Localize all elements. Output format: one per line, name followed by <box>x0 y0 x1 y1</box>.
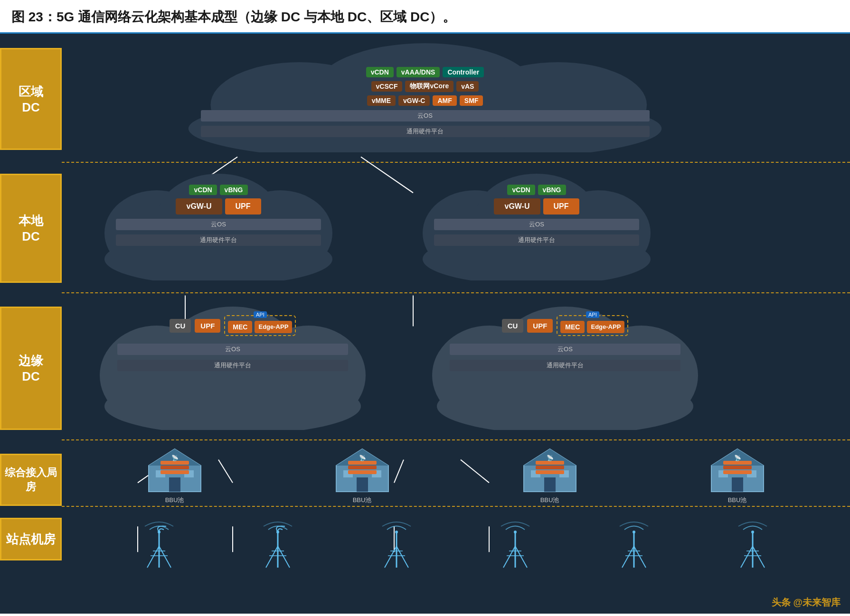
svg-rect-56 <box>536 466 564 469</box>
page-title: 图 23：5G 通信网络云化架构基本成型（边缘 DC 与本地 DC、区域 DC）… <box>0 0 850 34</box>
svg-rect-66 <box>723 470 752 474</box>
bianyuan-right-cloud-zone: CU UPF API MEC Edge-APP 云OS 通用硬件平台 <box>427 302 703 430</box>
svg-rect-39 <box>161 470 189 474</box>
bbu-label-3: BBU池 <box>540 496 559 504</box>
tower-4 <box>496 518 534 570</box>
svg-rect-43 <box>357 477 368 492</box>
svg-rect-65 <box>723 466 752 469</box>
bbu-house-1: 📡 BBU池 <box>146 447 203 504</box>
svg-line-69 <box>147 546 159 568</box>
svg-line-94 <box>634 546 646 568</box>
chip-edge-right: Edge-APP <box>587 321 624 333</box>
svg-line-76 <box>278 546 290 568</box>
svg-rect-46 <box>348 461 377 465</box>
chip-vcdn-quyu: vCDN <box>366 67 394 77</box>
svg-text:📡: 📡 <box>171 454 178 461</box>
bendi-left-cloud-zone: vCDN vBNG vGW-U UPF 云OS 通用硬件平台 <box>95 171 342 280</box>
bendi-right-platform: 通用硬件平台 <box>434 234 639 246</box>
chip-vbng-bendi-right: vBNG <box>538 185 566 195</box>
chip-upf-bendi-left: UPF <box>225 198 261 215</box>
chip-mec-right: MEC <box>560 321 585 333</box>
chip-upf-bianyuan-left: UPF <box>195 319 220 333</box>
chip-vgwu-bendi-right: vGW-U <box>494 198 540 215</box>
api-label-right: API <box>586 311 599 318</box>
mec-box-left: API MEC Edge-APP <box>224 315 296 336</box>
chip-vaaa: vAAA/DNS <box>397 67 440 77</box>
api-label-left: API <box>254 311 267 318</box>
svg-point-97 <box>633 531 635 533</box>
tower-3 <box>378 518 416 570</box>
bbu-section: 📡 BBU池 📡 BBU池 <box>62 442 850 509</box>
bianyuan-left-yunos: 云OS <box>117 344 348 355</box>
chip-amf: AMF <box>433 95 456 106</box>
label-zonghe: 综合接入局房 <box>0 454 62 506</box>
bbu-house-3: 📡 BBU池 <box>521 447 578 504</box>
bianyuan-right-yunos: 云OS <box>450 344 680 355</box>
chip-vgwc: vGW-C <box>398 95 430 106</box>
label-quyu: 区域 DC <box>0 48 62 150</box>
label-zhandian: 站点机房 <box>0 518 62 560</box>
bianyuan-left-cloud-zone: CU UPF API MEC Edge-APP 云OS 通用硬件平台 <box>95 302 370 430</box>
chip-wulianwang: 物联网vCore <box>405 81 453 92</box>
bbu-house-2: 📡 BBU池 <box>334 447 391 504</box>
chip-upf-bianyuan-right: UPF <box>527 319 553 333</box>
svg-rect-57 <box>536 470 564 474</box>
svg-line-87 <box>503 546 515 568</box>
chip-vcscf: vCSCF <box>371 81 403 92</box>
chip-vbng-bendi-left: vBNG <box>220 185 248 195</box>
bbu-house-4: 📡 BBU池 <box>709 447 766 504</box>
svg-rect-64 <box>723 461 752 465</box>
bbu-label-4: BBU池 <box>728 496 747 504</box>
svg-point-79 <box>276 531 279 533</box>
svg-rect-52 <box>544 477 556 492</box>
bendi-left-platform: 通用硬件平台 <box>116 234 321 246</box>
svg-rect-55 <box>536 461 564 465</box>
svg-rect-37 <box>161 461 189 465</box>
svg-point-91 <box>514 531 517 533</box>
bendi-right-cloud-zone: vCDN vBNG vGW-U UPF 云OS 通用硬件平台 <box>413 171 660 280</box>
chip-smf: SMF <box>460 95 483 106</box>
separator-2 <box>62 292 850 293</box>
quyu-yunos: 云OS <box>201 110 650 121</box>
svg-rect-38 <box>161 466 189 469</box>
svg-point-103 <box>751 531 754 533</box>
chip-cu-bianyuan-right: CU <box>502 319 524 333</box>
svg-text:📡: 📡 <box>734 454 741 461</box>
svg-rect-47 <box>348 466 377 469</box>
svg-line-100 <box>753 546 765 568</box>
bianyuan-left-platform: 通用硬件平台 <box>117 360 348 371</box>
bbu-label-2: BBU池 <box>353 496 372 504</box>
svg-point-85 <box>395 531 398 533</box>
svg-point-73 <box>158 531 161 533</box>
tower-2 <box>259 518 297 570</box>
chip-controller: Controller <box>443 67 484 77</box>
separator-1 <box>62 162 850 163</box>
svg-line-99 <box>741 546 753 568</box>
chip-vmme: vMME <box>367 95 396 106</box>
svg-line-75 <box>266 546 278 568</box>
separator-3 <box>62 439 850 440</box>
svg-line-82 <box>397 546 408 568</box>
label-bianyuan: 边缘 DC <box>0 307 62 430</box>
tower-section <box>62 513 850 575</box>
tower-6 <box>734 518 772 570</box>
svg-line-88 <box>515 546 527 568</box>
svg-line-93 <box>622 546 634 568</box>
chip-vcdn-bendi-right: vCDN <box>507 185 535 195</box>
svg-text:📡: 📡 <box>359 454 366 461</box>
bendi-right-yunos: 云OS <box>434 219 639 230</box>
mec-box-right: API MEC Edge-APP <box>557 315 628 336</box>
quyu-cloud-zone: vCDN vAAA/DNS Controller vCSCF 物联网vCore … <box>166 43 684 152</box>
bbu-label-1: BBU池 <box>165 496 184 504</box>
svg-line-70 <box>159 546 171 568</box>
chip-upf-bendi-right: UPF <box>543 198 579 215</box>
chip-mec-left: MEC <box>228 321 252 333</box>
chip-edge-left: Edge-APP <box>255 321 292 333</box>
label-bendi: 本地 DC <box>0 174 62 283</box>
chip-vas: vAS <box>456 81 479 92</box>
chip-cu-bianyuan-left: CU <box>170 319 191 333</box>
bendi-left-yunos: 云OS <box>116 219 321 230</box>
watermark: 头条 @未来智库 <box>772 596 841 609</box>
tower-5 <box>615 518 653 570</box>
bianyuan-right-platform: 通用硬件平台 <box>450 360 680 371</box>
